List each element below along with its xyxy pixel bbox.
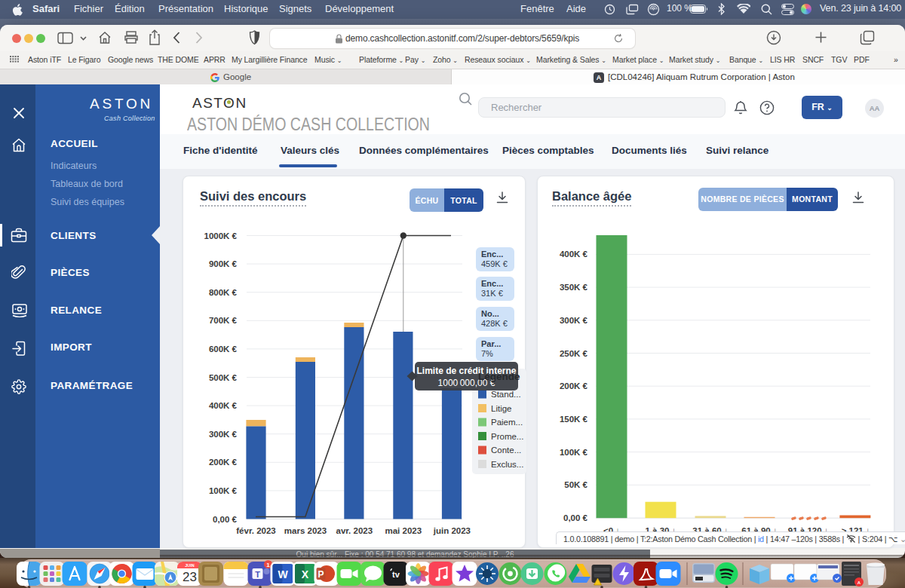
svg-text:100K €: 100K € [209, 486, 238, 495]
svg-text:0,00 €: 0,00 € [563, 513, 588, 522]
svg-text:700K €: 700K € [209, 316, 238, 325]
svg-text:31K €: 31K € [481, 289, 503, 298]
svg-text:Enc...: Enc... [481, 250, 503, 259]
svg-text:350K €: 350K € [560, 283, 588, 292]
svg-text:23: 23 [183, 570, 197, 584]
svg-text:mai 2023: mai 2023 [385, 526, 422, 535]
svg-text:300K €: 300K € [560, 316, 588, 325]
svg-text:1000K €: 1000K € [204, 231, 238, 240]
svg-text:P: P [318, 569, 324, 580]
svg-text:200K €: 200K € [209, 458, 238, 467]
svg-text:459K €: 459K € [481, 259, 508, 268]
svg-text:W: W [278, 568, 288, 580]
svg-text:50K €: 50K € [564, 480, 587, 489]
svg-text:A: A [857, 580, 861, 585]
svg-text:T: T [255, 570, 260, 579]
svg-text:Paiem...: Paiem... [491, 418, 523, 427]
svg-text:200K €: 200K € [560, 381, 588, 390]
svg-text:400K €: 400K € [209, 401, 238, 410]
svg-text:428K €: 428K € [481, 319, 508, 328]
svg-text:Stand...: Stand... [491, 390, 521, 399]
svg-text:Enc...: Enc... [481, 279, 503, 288]
svg-text:Exclus...: Exclus... [491, 460, 523, 469]
svg-text:No...: No... [481, 309, 499, 318]
svg-text:tv: tv [392, 570, 400, 579]
svg-text:900K €: 900K € [209, 259, 238, 268]
svg-text:400K €: 400K € [560, 250, 588, 259]
svg-text:0,00 €: 0,00 € [213, 515, 238, 524]
svg-text:600K €: 600K € [209, 345, 238, 354]
svg-text:avr. 2023: avr. 2023 [336, 526, 373, 535]
svg-text:Conte...: Conte... [491, 446, 521, 455]
svg-text:150K €: 150K € [560, 415, 588, 424]
svg-text:JUIN: JUIN [185, 563, 195, 568]
svg-text:mars 2023: mars 2023 [284, 526, 327, 535]
svg-text:7%: 7% [481, 349, 493, 358]
svg-text:Légende: Légende [478, 371, 520, 382]
svg-text:500K €: 500K € [209, 373, 238, 382]
svg-text:févr. 2023: févr. 2023 [236, 526, 275, 535]
svg-text:Par...: Par... [481, 339, 501, 348]
svg-text:Litige: Litige [491, 404, 512, 413]
svg-text:Prome...: Prome... [491, 432, 523, 441]
svg-text:1: 1 [266, 562, 270, 568]
svg-text:100K €: 100K € [560, 448, 588, 457]
svg-text:250K €: 250K € [560, 349, 588, 358]
svg-text:X: X [302, 568, 309, 580]
svg-text:juin 2023: juin 2023 [433, 526, 471, 535]
svg-text:800K €: 800K € [209, 288, 238, 297]
svg-text:300K €: 300K € [209, 430, 238, 439]
